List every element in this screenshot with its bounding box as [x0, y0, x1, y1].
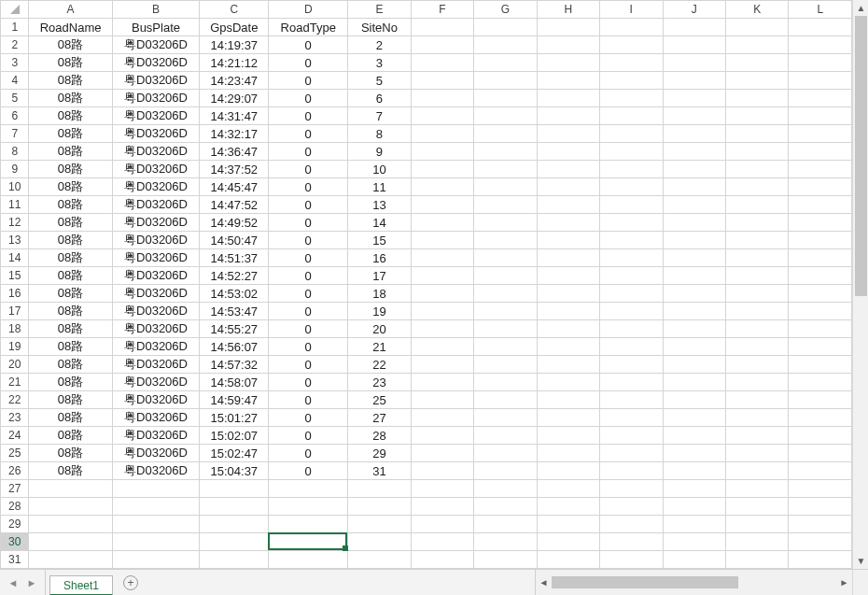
cell-G29[interactable]: [474, 516, 537, 533]
cell-L9[interactable]: [789, 161, 852, 178]
cell-H17[interactable]: [537, 303, 599, 320]
cell-K30[interactable]: [725, 533, 788, 551]
cell-J16[interactable]: [663, 285, 725, 303]
cell-A6[interactable]: 08路: [29, 107, 112, 125]
cell-C25[interactable]: 15:02:47: [200, 445, 269, 462]
cell-H25[interactable]: [537, 445, 599, 462]
cell-L20[interactable]: [789, 356, 852, 374]
cell-B16[interactable]: 粤D03206D: [112, 285, 200, 303]
cell-B21[interactable]: 粤D03206D: [112, 374, 200, 391]
cell-A7[interactable]: 08路: [29, 125, 112, 143]
cell-E14[interactable]: 16: [348, 249, 411, 267]
cell-I8[interactable]: [600, 143, 663, 161]
cell-G17[interactable]: [474, 303, 537, 320]
cell-E7[interactable]: 8: [348, 125, 411, 143]
column-header-E[interactable]: E: [348, 1, 411, 19]
cell-K9[interactable]: [725, 161, 788, 178]
cell-G13[interactable]: [474, 232, 537, 249]
sheet-tab-sheet1[interactable]: Sheet1: [49, 575, 113, 595]
cell-L27[interactable]: [789, 480, 852, 498]
row-header-31[interactable]: 31: [1, 551, 29, 569]
cell-L30[interactable]: [789, 533, 852, 551]
cell-G11[interactable]: [474, 196, 537, 214]
cell-G16[interactable]: [474, 285, 537, 303]
cell-H11[interactable]: [537, 196, 599, 214]
column-header-F[interactable]: F: [411, 1, 473, 19]
cell-B3[interactable]: 粤D03206D: [112, 54, 200, 72]
cell-H26[interactable]: [537, 462, 599, 480]
column-header-K[interactable]: K: [725, 1, 788, 19]
cell-A18[interactable]: 08路: [29, 320, 112, 338]
cell-L31[interactable]: [789, 551, 852, 569]
cell-G28[interactable]: [474, 498, 537, 516]
cell-C29[interactable]: [200, 516, 269, 533]
cell-A16[interactable]: 08路: [29, 285, 112, 303]
cell-F30[interactable]: [411, 533, 473, 551]
cell-C18[interactable]: 14:55:27: [200, 320, 269, 338]
cell-D18[interactable]: 0: [269, 320, 348, 338]
cell-L23[interactable]: [789, 409, 852, 427]
cell-F6[interactable]: [411, 107, 473, 125]
cell-K3[interactable]: [725, 54, 788, 72]
cell-H23[interactable]: [537, 409, 599, 427]
cell-D17[interactable]: 0: [269, 303, 348, 320]
cell-J11[interactable]: [663, 196, 725, 214]
cell-J23[interactable]: [663, 409, 725, 427]
cell-F5[interactable]: [411, 90, 473, 107]
cell-C26[interactable]: 15:04:37: [200, 462, 269, 480]
cell-F19[interactable]: [411, 338, 473, 356]
cell-I22[interactable]: [600, 391, 663, 409]
cell-G31[interactable]: [474, 551, 537, 569]
cell-D14[interactable]: 0: [269, 249, 348, 267]
sheet-nav-prev[interactable]: ◄: [4, 571, 22, 595]
cell-H31[interactable]: [537, 551, 599, 569]
row-header-27[interactable]: 27: [1, 480, 29, 498]
cell-A13[interactable]: 08路: [29, 232, 112, 249]
row-header-29[interactable]: 29: [1, 516, 29, 533]
cell-E29[interactable]: [348, 516, 411, 533]
cell-A4[interactable]: 08路: [29, 72, 112, 90]
cell-J30[interactable]: [663, 533, 725, 551]
cell-G19[interactable]: [474, 338, 537, 356]
cell-G20[interactable]: [474, 356, 537, 374]
cell-A11[interactable]: 08路: [29, 196, 112, 214]
cell-B19[interactable]: 粤D03206D: [112, 338, 200, 356]
row-header-7[interactable]: 7: [1, 125, 29, 143]
vertical-scrollbar[interactable]: ▲ ▼: [852, 0, 868, 569]
cell-K17[interactable]: [725, 303, 788, 320]
cell-K2[interactable]: [725, 36, 788, 54]
cell-G22[interactable]: [474, 391, 537, 409]
column-header-C[interactable]: C: [200, 1, 269, 19]
cell-E18[interactable]: 20: [348, 320, 411, 338]
cell-C12[interactable]: 14:49:52: [200, 214, 269, 232]
cell-I12[interactable]: [600, 214, 663, 232]
row-header-25[interactable]: 25: [1, 445, 29, 462]
cell-F14[interactable]: [411, 249, 473, 267]
cell-C2[interactable]: 14:19:37: [200, 36, 269, 54]
cell-F28[interactable]: [411, 498, 473, 516]
cell-J9[interactable]: [663, 161, 725, 178]
cell-D23[interactable]: 0: [269, 409, 348, 427]
cell-K15[interactable]: [725, 267, 788, 285]
scroll-up-button[interactable]: ▲: [853, 0, 868, 16]
cell-C10[interactable]: 14:45:47: [200, 178, 269, 196]
cell-B14[interactable]: 粤D03206D: [112, 249, 200, 267]
cell-G24[interactable]: [474, 427, 537, 445]
cell-E28[interactable]: [348, 498, 411, 516]
cell-C9[interactable]: 14:37:52: [200, 161, 269, 178]
cell-G10[interactable]: [474, 178, 537, 196]
cell-I19[interactable]: [600, 338, 663, 356]
cell-F26[interactable]: [411, 462, 473, 480]
cell-H9[interactable]: [537, 161, 599, 178]
cell-I24[interactable]: [600, 427, 663, 445]
cell-A10[interactable]: 08路: [29, 178, 112, 196]
cell-K12[interactable]: [725, 214, 788, 232]
cell-J29[interactable]: [663, 516, 725, 533]
cell-I16[interactable]: [600, 285, 663, 303]
cell-A25[interactable]: 08路: [29, 445, 112, 462]
cell-C22[interactable]: 14:59:47: [200, 391, 269, 409]
cell-K13[interactable]: [725, 232, 788, 249]
cell-I13[interactable]: [600, 232, 663, 249]
cell-J8[interactable]: [663, 143, 725, 161]
row-header-13[interactable]: 13: [1, 232, 29, 249]
